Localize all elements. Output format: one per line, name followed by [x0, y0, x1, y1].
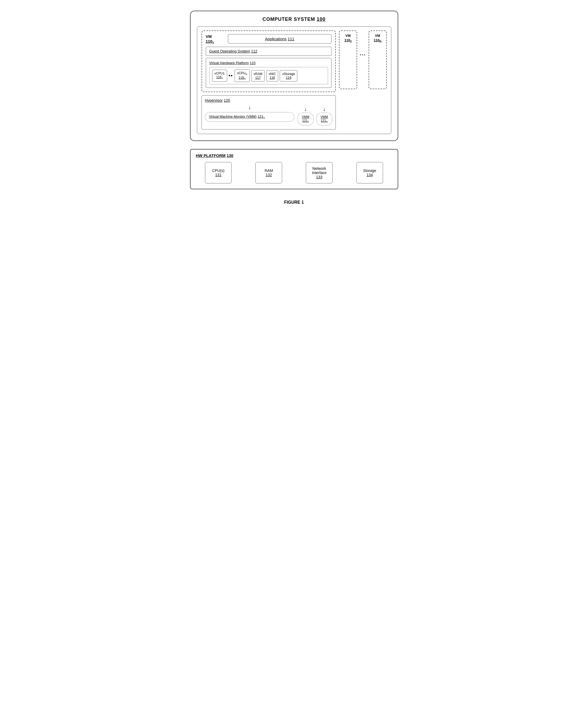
- hypervisor-number: 120: [224, 98, 230, 103]
- hw-network-box: NetworkInterface133: [306, 162, 333, 183]
- vhp-title: Virtual Hardware Platform 115: [209, 61, 328, 65]
- applications-label: Applications: [265, 37, 287, 41]
- vmm2-number: 121: [302, 119, 308, 123]
- vcpun-box: vCPUN116N: [235, 69, 250, 82]
- vhp-outer: Virtual Hardware Platform 115 vCPU11161 …: [206, 58, 332, 88]
- vmN-label: VM110N: [374, 34, 381, 43]
- vmm1-label: Virtual Machine Monitor (VMM): [209, 115, 257, 119]
- computer-system-box: COMPUTER SYSTEM 100 VM1101 Applications …: [190, 11, 398, 141]
- vm-dots: ···: [360, 30, 366, 58]
- vhp-number: 115: [250, 61, 256, 65]
- vm2-box: VM1102: [339, 30, 357, 89]
- vmmN-number: 121: [321, 119, 326, 123]
- guest-os-label: Guest Operating System: [209, 49, 250, 54]
- vmmN-arrow: ↓: [323, 106, 326, 111]
- figure-label: FIGURE 1: [284, 200, 304, 205]
- vm1-label: VM1101: [206, 34, 214, 45]
- vnic-box: vNIC118: [266, 70, 278, 81]
- hw-components: CPU(s)131 RAM132 NetworkInterface133 Sto…: [196, 162, 392, 183]
- vstorage-box: vStorage119: [280, 70, 297, 81]
- left-column: VM1101 Applications 111 Guest Operating …: [202, 30, 336, 129]
- vm1-box: VM1101 Applications 111 Guest Operating …: [202, 30, 336, 92]
- hw-platform-number: 130: [227, 153, 233, 158]
- hypervisor-label: Hypervisor: [205, 98, 223, 103]
- right-vms: VM1102 ··· VM110N: [339, 30, 387, 129]
- vmmN-box: VMM 121N: [316, 113, 332, 125]
- hypervisor-section: Hypervisor 120 ↓ Virtual Machine Monitor…: [202, 95, 336, 129]
- hw-platform-box: HW PLATFORM 130 CPU(s)131 RAM132 Network…: [190, 149, 398, 189]
- hw-platform-title: HW PLATFORM 130: [196, 153, 392, 158]
- vmm2-subscript: 2: [308, 120, 309, 123]
- vram-box: vRAM117: [251, 70, 265, 81]
- hw-platform-label: HW PLATFORM: [196, 153, 226, 158]
- vmm1-box: Virtual Machine Monitor (VMM) 1211: [205, 112, 294, 122]
- hypervisor-outer-box: VM1101 Applications 111 Guest Operating …: [197, 26, 391, 134]
- page-container: COMPUTER SYSTEM 100 VM1101 Applications …: [190, 11, 398, 205]
- applications-box: Applications 111: [228, 34, 332, 43]
- hypervisor-left: Hypervisor 120 ↓ Virtual Machine Monitor…: [205, 98, 294, 122]
- vhp-label: Virtual Hardware Platform: [209, 61, 249, 65]
- vhp-components: vCPU11161 •• vCPUN116N vRAM117: [209, 67, 328, 84]
- vmN-box: VM110N: [369, 30, 387, 89]
- vmmN-label: VMM: [320, 115, 328, 119]
- vm2-label: VM1102: [344, 34, 352, 43]
- vmm2-box: VMM 1212: [298, 113, 314, 125]
- guest-os-box: Guest Operating System 112: [206, 47, 332, 56]
- computer-system-number: 100: [317, 17, 326, 22]
- vcpu-dots: ••: [229, 73, 233, 79]
- computer-system-title: COMPUTER SYSTEM 100: [197, 17, 391, 22]
- guest-os-number: 112: [251, 49, 257, 54]
- vmm-arrow: ↓: [205, 105, 294, 110]
- hw-cpu-box: CPU(s)131: [205, 162, 232, 183]
- vmmN-subscript: N: [326, 120, 328, 123]
- hw-storage-box: Storage134: [356, 162, 383, 183]
- applications-number: 111: [288, 37, 294, 41]
- vmm2-arrow: ↓: [304, 106, 307, 111]
- vmm-right-boxes: ↓ VMM 1212 ↓ VMM 121N: [298, 106, 332, 125]
- vcpu1-box: vCPU11161: [212, 70, 227, 81]
- hw-ram-box: RAM132: [255, 162, 282, 183]
- vmm2-label: VMM: [302, 115, 309, 119]
- hypervisor-title: Hypervisor 120: [205, 98, 294, 103]
- vmm1-subscript: 1: [264, 117, 265, 119]
- vmm1-number: 121: [257, 115, 264, 119]
